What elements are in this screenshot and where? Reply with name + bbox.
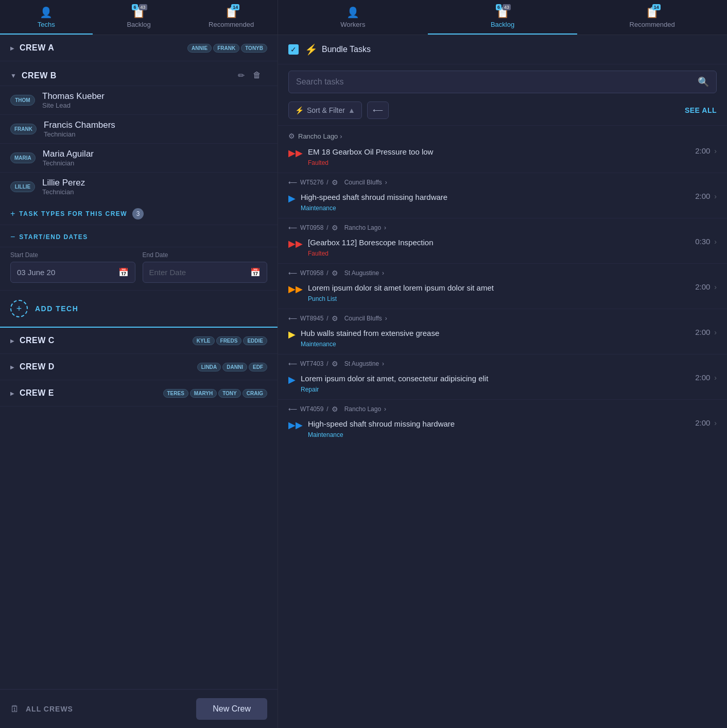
crew-c-row[interactable]: ▶ CREW C KYLE FREDS EDDIE [0,328,278,354]
task-types-label: TASK TYPES FOR THIS CREW [19,210,127,217]
task-item-4[interactable]: ▶ Hub walls stained from extensive greas… [278,325,727,354]
task-meta-2: 0:30 › [695,237,717,246]
sort-filter-btn[interactable]: ⚡ Sort & Filter ▲ [288,101,362,119]
add-tech-circle: + [10,300,28,317]
task-meta-4: 2:00 › [695,328,717,336]
task-loc-tower-icon-5: ⚙ [332,360,338,368]
bundle-checkbox[interactable]: ✓ [288,44,299,55]
end-date-input[interactable]: Enter Date 📅 [143,262,268,283]
task-wt-1: WT5276 [300,179,323,186]
see-all-button[interactable]: SEE ALL [685,106,717,114]
task-sub-loc-2: ⟵ WT0958 / ⚙ Rancho Lago › [278,218,727,234]
add-tech-row[interactable]: + ADD TECH [0,290,278,327]
task-type-count: 3 [132,208,144,219]
crew-d-tag-1: DANNI [222,363,247,371]
recommended-badge: 14 [231,4,239,10]
member-francis-role: Technician [44,130,267,138]
task-chevron-1: › [714,192,717,200]
tab-recommended-left[interactable]: 📋 14 Recommended [185,0,278,35]
task-item-1[interactable]: ▶ High-speed shaft shroud missing hardwa… [278,189,727,218]
task-loc-tower-icon-6: ⚙ [332,405,338,413]
new-crew-button[interactable]: New Crew [196,698,267,720]
member-francis-name: Francis Chambers [44,120,267,130]
task-loc-arrow-6: › [384,405,386,413]
task-item-0[interactable]: ▶▶ EM 18 Gearbox Oil Pressure too low Fa… [278,143,727,173]
task-item-5[interactable]: ▶ Lorem ipsum dolor sit amet, consectetu… [278,370,727,399]
task-wt-3: WT0958 [300,269,323,277]
task-content-0: EM 18 Gearbox Oil Pressure too low Fault… [308,146,690,166]
task-item-3[interactable]: ▶▶ Lorem ipsum dolor sit amet lorem ipsu… [278,279,727,309]
task-loc-tower-icon-1: ⚙ [332,178,338,187]
task-location-0: ⚙ Rancho Lago › [278,126,727,143]
tab-techs-label: Techs [38,21,55,28]
task-loc-arrow-1: › [385,179,387,186]
left-panel: 👤 Techs 📋 6 43 Backlog 📋 14 Recommended … [0,0,278,728]
end-date-placeholder: Enter Date [149,268,186,277]
tab-techs[interactable]: 👤 Techs [0,0,93,35]
task-meta-6: 2:00 › [695,418,717,427]
task-loc-text-4: Council Bluffs [344,315,382,322]
task-wt-6: WT4059 [300,405,323,413]
task-wt-icon-1: ⟵ [288,179,297,186]
task-time-0: 2:00 [695,146,710,155]
task-chevron-0: › [714,147,717,155]
search-placeholder[interactable]: Search tasks [296,77,698,87]
task-item-2[interactable]: ▶▶ [Gearbox 112] Borescope Inspection Fa… [278,234,727,263]
right-backlog-badge: 6 43 [496,4,511,10]
member-lillie-avatar: LILLIE [10,181,35,192]
right-tab-recommended[interactable]: 📋 14 Recommended [577,0,727,35]
task-types-header[interactable]: + TASK TYPES FOR THIS CREW 3 [0,201,278,225]
right-tab-workers[interactable]: 👤 Workers [278,0,428,35]
crew-e-row[interactable]: ▶ CREW E TERES MARYH TONY CRAIG [0,380,278,407]
task-list: ⚙ Rancho Lago › ▶▶ EM 18 Gearbox Oil Pre… [278,125,727,728]
task-wt-2: WT0958 [300,224,323,231]
task-loc-arrow-3: › [382,269,384,277]
member-thomas-name: Thomas Kueber [42,91,267,101]
task-group-6: ⟵ WT4059 / ⚙ Rancho Lago › ▶▶ High-speed… [278,399,727,445]
task-item-6[interactable]: ▶▶ High-speed shaft shroud missing hardw… [278,415,727,445]
task-type-6: Maintenance [308,431,690,438]
crew-d-row[interactable]: ▶ CREW D LINDA DANNI EDF [0,354,278,380]
start-date-input[interactable]: 03 June 20 📅 [10,262,135,283]
tab-backlog-left[interactable]: 📋 6 43 Backlog [93,0,185,35]
crew-b-header[interactable]: ▼ CREW B ✏ 🗑 [0,61,278,86]
crew-b-actions: ✏ 🗑 [236,70,263,81]
member-maria: MARIA Maria Aguilar Technician [0,143,278,172]
right-panel: 👤 Workers 📋 6 43 Backlog 📋 14 Recommende… [278,0,727,728]
tab-recommended-left-label: Recommended [209,21,254,28]
task-wt-icon-2: ⟵ [288,224,297,231]
crew-b-delete-btn[interactable]: 🗑 [251,70,263,81]
member-francis-avatar: FRANK [10,124,37,134]
task-group-1: ⟵ WT5276 / ⚙ Council Bluffs › ▶ High-spe… [278,173,727,218]
member-thomas-avatar: THOM [10,95,35,106]
member-lillie-info: Lillie Perez Technician [42,178,267,196]
task-loc-tower-icon-3: ⚙ [332,269,338,277]
right-workers-icon: 👤 [347,6,359,19]
crew-e-tag-2: TONY [218,389,241,398]
task-type-1: Maintenance [301,205,690,212]
task-wt-icon-6: ⟵ [288,405,297,413]
crew-d-tag-0: LINDA [197,363,221,371]
task-type-0: Faulted [308,159,690,166]
member-francis-info: Francis Chambers Technician [44,120,267,138]
member-francis: FRANK Francis Chambers Technician [0,114,278,143]
task-sub-loc-1: ⟵ WT5276 / ⚙ Council Bluffs › [278,173,727,189]
filter-separator-btn[interactable]: ⟵ [367,101,389,119]
right-tab-backlog[interactable]: 📋 6 43 Backlog [428,0,578,35]
task-type-2: Faulted [308,250,690,257]
filter-row: ⚡ Sort & Filter ▲ ⟵ SEE ALL [278,99,727,125]
task-sep-2: / [326,224,328,231]
task-title-3: Lorem ipsum dolor sit amet lorem ipsum d… [308,282,690,293]
task-priority-icon-4: ▶ [288,329,296,340]
dates-header[interactable]: − START/END DATES [0,225,278,247]
crews-container: ▶ CREW A ANNIE FRANK TONYB ▼ CREW B ✏ 🗑 … [0,35,278,689]
start-date-label: Start Date [10,251,135,259]
member-maria-name: Maria Aguilar [43,149,267,159]
crew-c-chevron: ▶ [10,338,14,344]
crew-b-edit-btn[interactable]: ✏ [236,70,247,81]
bundle-tasks-row[interactable]: ✓ ⚡ Bundle Tasks [278,35,727,64]
member-maria-info: Maria Aguilar Technician [43,149,267,167]
crew-a-row[interactable]: ▶ CREW A ANNIE FRANK TONYB [0,35,278,61]
task-time-4: 2:00 [695,328,710,336]
start-date-value: 03 June 20 [17,268,55,277]
